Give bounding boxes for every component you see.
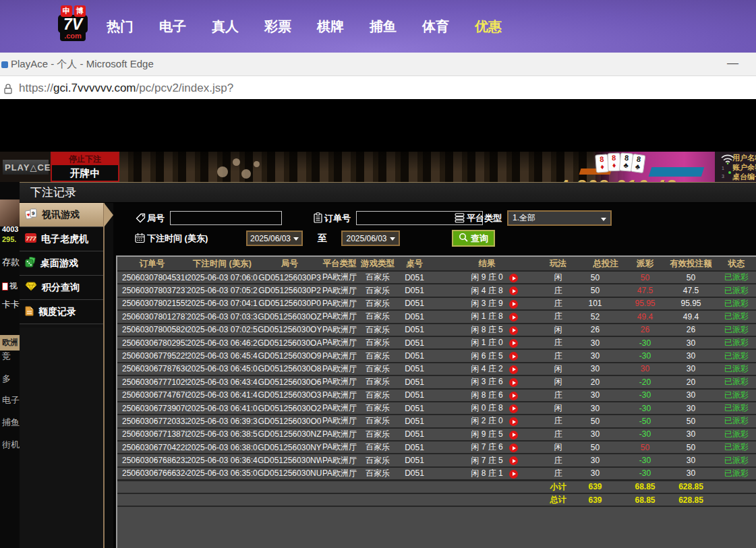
play-video-button[interactable] bbox=[509, 392, 518, 400]
logo-suffix: .com bbox=[60, 32, 86, 41]
col-platform: 平台类型 bbox=[322, 257, 357, 271]
background-item: 捕鱼 bbox=[2, 417, 20, 429]
cell-round-id: GD051256030O3 bbox=[258, 389, 322, 402]
cell-order-id: 250603067795225 bbox=[117, 349, 187, 362]
date-from-select[interactable]: 2025/06/03 bbox=[246, 231, 303, 246]
col-order-id: 订单号 bbox=[117, 257, 187, 271]
cell-result: 闲 1 庄 8 bbox=[431, 310, 543, 323]
cell-status: 已派彩 bbox=[716, 363, 756, 375]
url-text[interactable]: https://gci.7vvvvvv.com/pc/pcv2/index.js… bbox=[19, 82, 233, 95]
cell-empty bbox=[398, 493, 431, 506]
cell-order-id: 250603067739070 bbox=[117, 402, 187, 415]
cell-table-no: D051 bbox=[398, 428, 431, 441]
bet-records-panel: 下注记录 ♥9视讯游戏777电子老虎机桌面游戏积分查询额度记录 局号 订单号 平… bbox=[20, 182, 756, 548]
play-video-button[interactable] bbox=[509, 444, 518, 452]
cell-result: 闲 7 庄 6 bbox=[431, 441, 543, 454]
cell-order-id: 250603067747676 bbox=[117, 389, 187, 402]
col-game-type: 游戏类型 bbox=[357, 257, 398, 271]
cell-status: 已派彩 bbox=[716, 389, 756, 402]
sidebar-item-1[interactable]: 777电子老虎机 bbox=[20, 227, 103, 251]
cell-status: 已派彩 bbox=[716, 454, 756, 466]
cell-status: 已派彩 bbox=[716, 375, 756, 388]
cell-payout: -30 bbox=[624, 349, 666, 362]
play-video-button[interactable] bbox=[509, 470, 518, 479]
sidebar-item-3[interactable]: 积分查询 bbox=[20, 276, 103, 300]
cell-payout: 95.95 bbox=[624, 297, 666, 310]
cell-play: 庄 bbox=[543, 284, 573, 297]
play-video-button[interactable] bbox=[509, 431, 518, 439]
decor-dot bbox=[233, 158, 240, 166]
cell-empty bbox=[357, 493, 398, 506]
cell-empty bbox=[322, 480, 357, 493]
play-video-button[interactable] bbox=[509, 274, 518, 282]
sidebar-item-4[interactable]: 额度记录 bbox=[20, 300, 103, 324]
nav-item-2[interactable]: 真人 bbox=[212, 18, 239, 36]
nav-item-6[interactable]: 体育 bbox=[422, 18, 449, 36]
gem-icon bbox=[25, 282, 37, 293]
cell-table-no: D051 bbox=[398, 454, 431, 466]
search-button[interactable]: 查询 bbox=[452, 230, 495, 247]
date-to-select[interactable]: 2025/06/03 bbox=[341, 231, 400, 246]
nav-item-1[interactable]: 电子 bbox=[159, 18, 186, 36]
table-row: 2506030677710292025-06-03 06:43:45GD0512… bbox=[117, 375, 756, 388]
cell-game-type: 百家乐 bbox=[357, 402, 398, 415]
round-id-input[interactable] bbox=[170, 211, 282, 225]
svg-text:777: 777 bbox=[26, 235, 37, 242]
chevron-down-icon bbox=[293, 237, 299, 241]
cell-payout: 47.5 bbox=[624, 284, 666, 297]
play-video-button[interactable] bbox=[509, 339, 518, 348]
play-video-button[interactable] bbox=[509, 365, 518, 374]
cell-table-no: D051 bbox=[398, 324, 431, 336]
table-row: 2506030677876362025-06-03 06:45:04GD0512… bbox=[117, 363, 756, 375]
cell-platform: PA欧洲厅 bbox=[322, 349, 357, 362]
cell-valid-bet: 30 bbox=[666, 389, 716, 402]
cell-valid-bet: 50 bbox=[666, 441, 716, 454]
cell-order-id: 250603067771029 bbox=[117, 375, 187, 388]
cell-round-id: GD051256030P3 bbox=[258, 271, 322, 284]
cell-total-bet: 30 bbox=[573, 336, 624, 349]
order-id-label: 订单号 bbox=[324, 212, 351, 224]
cell-platform: PA欧洲厅 bbox=[322, 284, 357, 297]
cell-order-id: 250603067713878 bbox=[117, 428, 187, 441]
col-play: 玩法 bbox=[543, 257, 573, 271]
cell-game-type: 百家乐 bbox=[357, 297, 398, 310]
nav-item-4[interactable]: 棋牌 bbox=[317, 18, 344, 36]
sidebar-item-0[interactable]: ♥9视讯游戏 bbox=[20, 203, 103, 227]
cell-total-bet: 30 bbox=[573, 428, 624, 441]
cell-total-bet: 30 bbox=[573, 467, 624, 481]
minimize-button[interactable]: — bbox=[727, 57, 738, 70]
cell-status: 已派彩 bbox=[716, 297, 756, 310]
cell-play: 庄 bbox=[543, 467, 573, 481]
platform-type-select[interactable]: 1.全部 bbox=[507, 210, 612, 226]
nav-item-3[interactable]: 彩票 bbox=[264, 18, 291, 36]
cell-order-id: 250603067666324 bbox=[117, 467, 187, 481]
cell-valid-bet: 30 bbox=[666, 363, 716, 375]
play-video-button[interactable] bbox=[509, 326, 518, 335]
sidebar-item-label: 额度记录 bbox=[38, 306, 76, 318]
table-row: 2506030780372372025-06-03 07:05:28GD0512… bbox=[117, 284, 756, 297]
cell-status: 已派彩 bbox=[716, 271, 756, 284]
address-bar[interactable]: https://gci.7vvvvvv.com/pc/pcv2/index.js… bbox=[0, 76, 756, 102]
nav-item-0[interactable]: 热门 bbox=[107, 18, 134, 36]
cell-payout: -50 bbox=[624, 415, 666, 427]
total-row: 总计63968.85628.85 bbox=[117, 493, 756, 506]
cell-bet-time: 2025-06-03 07:04:12 bbox=[187, 297, 258, 310]
cell-status: 已派彩 bbox=[716, 415, 756, 427]
play-video-button[interactable] bbox=[509, 300, 518, 309]
date-to-value: 2025/06/03 bbox=[346, 234, 386, 243]
cell-valid-bet: 95.95 bbox=[666, 297, 716, 310]
cell-empty bbox=[258, 480, 322, 493]
sidebar-item-2[interactable]: 桌面游戏 bbox=[20, 251, 103, 276]
site-logo[interactable]: 申 博 7V .com bbox=[51, 5, 94, 41]
cell-summary-valid-bet: 628.85 bbox=[666, 480, 716, 493]
nav-item-7[interactable]: 优惠 bbox=[475, 18, 502, 36]
nav-item-5[interactable]: 捕鱼 bbox=[370, 18, 397, 36]
play-video-button[interactable] bbox=[509, 404, 518, 413]
table-row: 2506030677390702025-06-03 06:41:02GD0512… bbox=[117, 402, 756, 415]
cell-table-no: D051 bbox=[398, 402, 431, 415]
cell-result: 闲 7 庄 5 bbox=[431, 454, 543, 466]
cell-total-bet: 30 bbox=[573, 402, 624, 415]
cell-platform: PA欧洲厅 bbox=[322, 467, 357, 481]
cell-result: 闲 9 庄 0 bbox=[431, 271, 543, 284]
cell-game-type: 百家乐 bbox=[357, 363, 398, 375]
